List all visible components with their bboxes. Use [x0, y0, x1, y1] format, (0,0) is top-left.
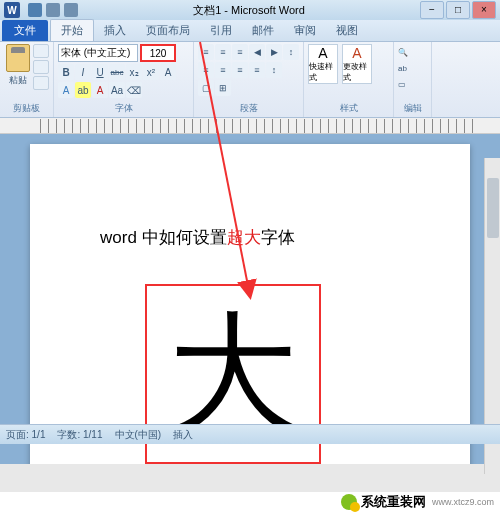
shading-button[interactable]: ▢	[198, 80, 214, 96]
tab-file[interactable]: 文件	[2, 20, 48, 41]
maximize-button[interactable]: □	[446, 1, 470, 19]
status-insert[interactable]: 插入	[173, 428, 193, 442]
line-spacing-button[interactable]: ↕	[266, 62, 282, 78]
paragraph-group: ≡ ≡ ≡ ◀ ▶ ↕ ≡ ≡ ≡ ≡ ↕ ▢ ⊞	[194, 42, 304, 117]
minimize-button[interactable]: −	[420, 1, 444, 19]
redo-icon[interactable]	[64, 3, 78, 17]
undo-icon[interactable]	[46, 3, 60, 17]
big-character[interactable]: 大	[168, 309, 298, 439]
cut-button[interactable]	[33, 44, 49, 58]
quick-styles-label: 快速样式	[309, 61, 337, 83]
editing-group: 🔍 ab ▭ 编辑	[394, 42, 432, 117]
increase-indent-button[interactable]: ▶	[266, 44, 282, 60]
italic-button[interactable]: I	[75, 64, 91, 80]
select-button[interactable]: ▭	[398, 76, 428, 92]
paragraph-label: 段落	[198, 100, 299, 115]
tab-view[interactable]: 视图	[326, 20, 368, 41]
find-button[interactable]: 🔍	[398, 44, 428, 60]
tab-references[interactable]: 引用	[200, 20, 242, 41]
font-name-input[interactable]: 宋体 (中文正文)	[58, 44, 138, 62]
clear-format-button[interactable]: ⌫	[126, 82, 142, 98]
ruler[interactable]	[0, 118, 500, 134]
align-left-button[interactable]: ≡	[198, 62, 214, 78]
font-label: 字体	[58, 100, 189, 115]
clipboard-label: 剪贴板	[4, 100, 49, 115]
paste-icon	[6, 44, 30, 72]
numbering-button[interactable]: ≡	[215, 44, 231, 60]
status-page[interactable]: 页面: 1/1	[6, 428, 45, 442]
status-bar: 页面: 1/1 字数: 1/11 中文(中国) 插入	[0, 424, 500, 444]
ribbon-tabs: 文件 开始 插入 页面布局 引用 邮件 审阅 视图	[0, 20, 500, 42]
app-icon: W	[4, 2, 20, 18]
borders-button[interactable]: ⊞	[215, 80, 231, 96]
strike-button[interactable]: abc	[109, 64, 125, 80]
clipboard-group: 粘贴 剪贴板	[0, 42, 54, 117]
ribbon: 粘贴 剪贴板 宋体 (中文正文) 120 B I U	[0, 42, 500, 118]
highlight-button[interactable]: ab	[75, 82, 91, 98]
bullets-button[interactable]: ≡	[198, 44, 214, 60]
tab-insert[interactable]: 插入	[94, 20, 136, 41]
underline-button[interactable]: U	[92, 64, 108, 80]
subscript-button[interactable]: x₂	[126, 64, 142, 80]
styles-group: A 快速样式 A 更改样式 样式	[304, 42, 394, 117]
align-center-button[interactable]: ≡	[215, 62, 231, 78]
superscript-button[interactable]: x²	[143, 64, 159, 80]
font-color-button[interactable]: A	[92, 82, 108, 98]
watermark: 系统重装网 www.xtcz9.com	[0, 492, 500, 512]
quick-access-toolbar: W 文档1 - Microsoft Word − □ ×	[0, 0, 500, 20]
multilevel-button[interactable]: ≡	[232, 44, 248, 60]
tab-layout[interactable]: 页面布局	[136, 20, 200, 41]
document-area: word 中如何设置超大字体 大	[0, 134, 500, 464]
tab-review[interactable]: 审阅	[284, 20, 326, 41]
change-styles-label: 更改样式	[343, 61, 371, 83]
replace-button[interactable]: ab	[398, 60, 428, 76]
watermark-text: 系统重装网	[361, 493, 426, 511]
document-text[interactable]: word 中如何设置超大字体	[100, 226, 440, 249]
editing-label: 编辑	[398, 100, 427, 115]
save-icon[interactable]	[28, 3, 42, 17]
decrease-indent-button[interactable]: ◀	[249, 44, 265, 60]
scrollbar-thumb[interactable]	[487, 178, 499, 238]
watermark-icon	[341, 494, 357, 510]
copy-button[interactable]	[33, 60, 49, 74]
tab-mail[interactable]: 邮件	[242, 20, 284, 41]
quick-styles-button[interactable]: A 快速样式	[308, 44, 338, 84]
window-title: 文档1 - Microsoft Word	[82, 3, 416, 18]
text-part-2: 字体	[261, 228, 295, 247]
bold-button[interactable]: B	[58, 64, 74, 80]
status-words[interactable]: 字数: 1/11	[57, 428, 102, 442]
sort-button[interactable]: ↕	[283, 44, 299, 60]
change-case-button[interactable]: Aa	[109, 82, 125, 98]
page[interactable]: word 中如何设置超大字体 大	[30, 144, 470, 464]
change-styles-button[interactable]: A 更改样式	[342, 44, 372, 84]
font-size-input[interactable]: 120	[140, 44, 176, 62]
ruler-marks	[40, 119, 480, 133]
font-group: 宋体 (中文正文) 120 B I U abc x₂ x² A A ab A A…	[54, 42, 194, 117]
close-button[interactable]: ×	[472, 1, 496, 19]
status-language[interactable]: 中文(中国)	[115, 428, 162, 442]
text-part-red: 超大	[227, 228, 261, 247]
styles-label: 样式	[308, 100, 389, 115]
text-part-1: word 中如何设置	[100, 228, 227, 247]
align-right-button[interactable]: ≡	[232, 62, 248, 78]
watermark-url: www.xtcz9.com	[432, 497, 494, 507]
text-effects-button[interactable]: A	[58, 82, 74, 98]
paste-button[interactable]: 粘贴	[4, 44, 31, 87]
grow-font-button[interactable]: A	[160, 64, 176, 80]
paste-label: 粘贴	[9, 74, 27, 87]
justify-button[interactable]: ≡	[249, 62, 265, 78]
tab-home[interactable]: 开始	[50, 19, 94, 41]
format-painter-button[interactable]	[33, 76, 49, 90]
